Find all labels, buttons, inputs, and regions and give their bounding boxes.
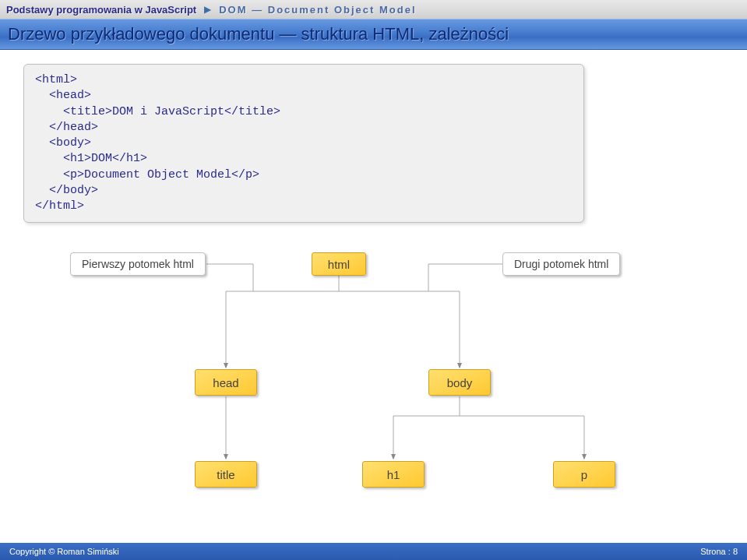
footer-copyright: Copyright © Roman Simiński xyxy=(9,547,119,556)
code-line-6: <p>Document Object Model</p> xyxy=(35,168,259,181)
node-p: p xyxy=(553,461,615,488)
annotation-right-text: Drugi potomek html xyxy=(514,258,608,270)
node-title: title xyxy=(195,461,257,488)
footer-page: Strona : 8 xyxy=(700,547,738,556)
node-html: html xyxy=(312,252,366,276)
page-title: Drzewo przykładowego dokumentu — struktu… xyxy=(0,19,747,50)
node-html-label: html xyxy=(328,258,350,271)
code-sample: <html> <head> <title>DOM i JavaScript</t… xyxy=(23,64,584,223)
code-line-5: <h1>DOM</h1> xyxy=(35,152,147,165)
node-title-label: title xyxy=(217,468,234,481)
annotation-second-child: Drugi potomek html xyxy=(502,252,620,276)
tree-diagram: Pierwszy potomek html html Drugi potomek… xyxy=(23,229,724,525)
code-line-2: <title>DOM i JavaScript</title> xyxy=(35,105,280,118)
footer-bar: Copyright © Roman Simiński Strona : 8 xyxy=(0,543,747,560)
node-p-label: p xyxy=(581,468,587,481)
content-area: <html> <head> <title>DOM i JavaScript</t… xyxy=(0,50,747,543)
annotation-left-text: Pierwszy potomek html xyxy=(82,258,194,270)
page-title-text: Drzewo przykładowego dokumentu — struktu… xyxy=(8,24,509,44)
code-line-3: </head> xyxy=(35,121,98,134)
footer-page-number: 8 xyxy=(733,547,738,556)
node-head-label: head xyxy=(213,376,238,389)
header-bar: Podstawy programowania w JavaScript ▶ DO… xyxy=(0,0,747,19)
node-body-label: body xyxy=(447,376,473,389)
code-line-1: <head> xyxy=(35,89,91,102)
node-body: body xyxy=(428,369,491,396)
code-line-7: </body> xyxy=(35,184,98,197)
node-h1: h1 xyxy=(362,461,425,488)
header-right-text: DOM — Document Object Model xyxy=(219,4,416,16)
arrow-right-icon: ▶ xyxy=(204,4,211,15)
annotation-first-child: Pierwszy potomek html xyxy=(70,252,206,276)
footer-page-label: Strona : xyxy=(700,547,731,556)
code-line-0: <html> xyxy=(35,73,77,86)
node-head: head xyxy=(195,369,257,396)
node-h1-label: h1 xyxy=(387,468,400,481)
header-left-text: Podstawy programowania w JavaScript xyxy=(6,4,196,16)
code-line-4: <body> xyxy=(35,136,91,150)
code-line-8: </html> xyxy=(35,199,84,213)
